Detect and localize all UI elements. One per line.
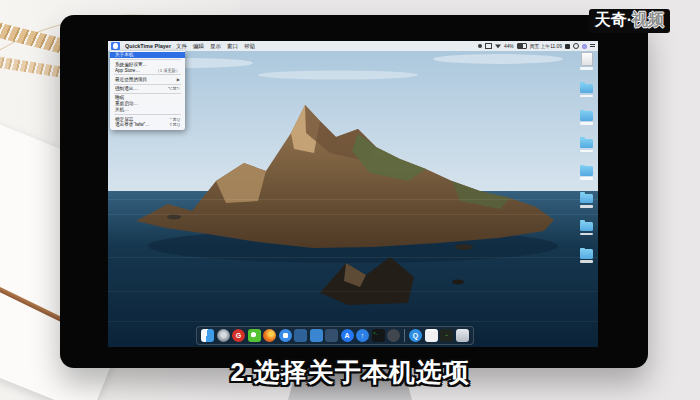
menu-item-label: 重新启动… — [115, 101, 138, 106]
menu-separator — [114, 114, 181, 115]
desktop-screen: QuickTime Player 文件编辑显示窗口帮助 44% 周五 上午11:… — [108, 41, 598, 347]
desktop-icon-folder[interactable] — [580, 139, 593, 153]
menu-item-shortcut: ⇧⌘Q — [169, 122, 180, 127]
display-icon[interactable] — [485, 43, 492, 49]
menu-item-label: App Store… — [115, 68, 140, 73]
trash-icon[interactable] — [456, 329, 469, 342]
dock-separator — [404, 329, 405, 342]
desktop-icon-label — [580, 95, 593, 98]
monitor: QuickTime Player 文件编辑显示窗口帮助 44% 周五 上午11:… — [60, 15, 648, 368]
menu-item-label: 锁定屏幕 — [115, 117, 133, 122]
menu-item-shortcut: ⌥⌘⎋ — [168, 86, 180, 91]
safari-icon[interactable] — [279, 329, 292, 342]
disk-icon — [581, 52, 593, 66]
terminal-icon[interactable]: >_ — [372, 329, 385, 342]
quicktime-icon[interactable]: Q — [409, 329, 422, 342]
folder-icon — [580, 222, 593, 232]
menubar-menu[interactable]: 显示 — [210, 43, 221, 50]
menu-separator — [114, 93, 181, 94]
vpn-icon[interactable] — [478, 44, 482, 48]
launchpad-icon[interactable] — [217, 329, 230, 342]
menu-item-label: 强制退出… — [115, 86, 138, 91]
desktop-icon-label — [580, 205, 593, 208]
apple-menu-item[interactable]: 关于本机 — [110, 52, 185, 58]
desktop-icon-label — [580, 260, 593, 263]
utility-app-icon[interactable] — [387, 329, 400, 342]
menu-separator — [114, 84, 181, 85]
menu-item-shortcut: ▶ — [177, 77, 180, 82]
folder-icon — [580, 194, 593, 204]
menu-bar: QuickTime Player 文件编辑显示窗口帮助 44% 周五 上午11:… — [108, 41, 598, 51]
blue-app-icon[interactable] — [310, 329, 323, 342]
folder-icon — [580, 84, 593, 94]
menubar-app-name[interactable]: QuickTime Player — [125, 43, 171, 49]
red-g-app-icon[interactable]: G — [232, 329, 245, 342]
menubar-menu[interactable]: 窗口 — [227, 43, 238, 50]
desktop-icon-folder[interactable] — [580, 249, 593, 263]
apple-menu-item[interactable]: 强制退出…⌥⌘⎋ — [110, 86, 185, 92]
menubar-menu[interactable]: 帮助 — [244, 43, 255, 50]
app-store-icon[interactable]: A — [341, 329, 354, 342]
folder-icon — [580, 111, 593, 121]
menu-item-shortcut: ⌃⌘Q — [169, 117, 180, 122]
folder-icon — [580, 249, 593, 259]
apple-menu-item[interactable]: 退出登录“lwlw”…⇧⌘Q — [110, 122, 185, 128]
apple-menu-item[interactable]: 关机… — [110, 107, 185, 113]
desktop-icon-folder[interactable] — [580, 84, 593, 98]
wifi-icon[interactable] — [495, 44, 501, 49]
status-right-icons — [565, 43, 595, 49]
wechat-icon[interactable] — [248, 329, 261, 342]
dev-app-icon[interactable] — [325, 329, 338, 342]
folder-icon — [580, 139, 593, 149]
update-app-icon[interactable]: ↑ — [356, 329, 369, 342]
menu-item-label: 最近使用的项目 — [115, 77, 147, 82]
folder-icon — [580, 166, 593, 176]
menu-item-label: 退出登录“lwlw”… — [115, 122, 150, 127]
watermark-text-primary: 天奇· — [595, 10, 632, 31]
menubar-clock[interactable]: 周五 上午11:09 — [530, 43, 562, 49]
menu-item-label: 系统偏好设置… — [115, 62, 147, 67]
menu-item-label: 关机… — [115, 107, 129, 112]
desktop-icon-folder[interactable] — [580, 194, 593, 208]
menu-separator — [114, 59, 181, 60]
desktop-icon-label — [580, 177, 593, 180]
apple-menu-button[interactable] — [111, 42, 120, 51]
menu-item-label: 关于本机 — [115, 52, 133, 57]
status-left-icons — [478, 43, 501, 49]
spotlight-icon[interactable] — [573, 43, 579, 49]
menubar-menus: 文件编辑显示窗口帮助 — [176, 43, 255, 50]
desktop-icon-folder[interactable] — [580, 166, 593, 180]
video-caption: 2.选择关于本机选项 — [0, 355, 700, 390]
menu-separator — [114, 74, 181, 75]
apple-menu-item[interactable]: App Store…（1 项更新） — [110, 67, 185, 73]
desktop-icon-disk[interactable] — [580, 52, 593, 70]
notification-center-icon[interactable] — [590, 44, 595, 49]
menubar-menu[interactable]: 文件 — [176, 43, 187, 50]
watermark-text-secondary: 视频 — [632, 10, 664, 31]
apple-logo-icon — [113, 43, 118, 49]
textedit-document-icon[interactable] — [425, 329, 438, 342]
desktop-icon-label — [580, 122, 593, 125]
input-source-icon[interactable] — [565, 44, 570, 49]
desktop-icon-label — [580, 67, 593, 70]
battery-percent: 44% — [504, 44, 514, 49]
desktop-icons — [580, 52, 593, 263]
screenshot-preview-icon[interactable]: ▪▪ — [440, 329, 453, 342]
battery-icon — [517, 43, 527, 49]
dock: GA↑>_Q▪▪ — [196, 326, 474, 345]
apple-menu: 关于本机系统偏好设置…App Store…（1 项更新）最近使用的项目▶强制退出… — [110, 51, 185, 130]
firefox-icon[interactable] — [263, 329, 276, 342]
menu-item-shortcut: （1 项更新） — [156, 68, 180, 73]
desktop-icon-label — [580, 233, 593, 236]
apple-menu-item[interactable]: 最近使用的项目▶ — [110, 76, 185, 82]
menubar-status-area: 44% 周五 上午11:09 — [478, 43, 595, 49]
menubar-menu[interactable]: 编辑 — [193, 43, 204, 50]
desktop-icon-label — [580, 150, 593, 153]
xcode-icon[interactable] — [294, 329, 307, 342]
finder-icon[interactable] — [201, 329, 214, 342]
desktop-icon-folder[interactable] — [580, 222, 593, 236]
channel-watermark: 天奇· 视频 — [589, 9, 670, 33]
desktop-icon-folder[interactable] — [580, 111, 593, 125]
siri-icon[interactable] — [582, 44, 587, 49]
menu-item-label: 睡眠 — [115, 95, 124, 100]
